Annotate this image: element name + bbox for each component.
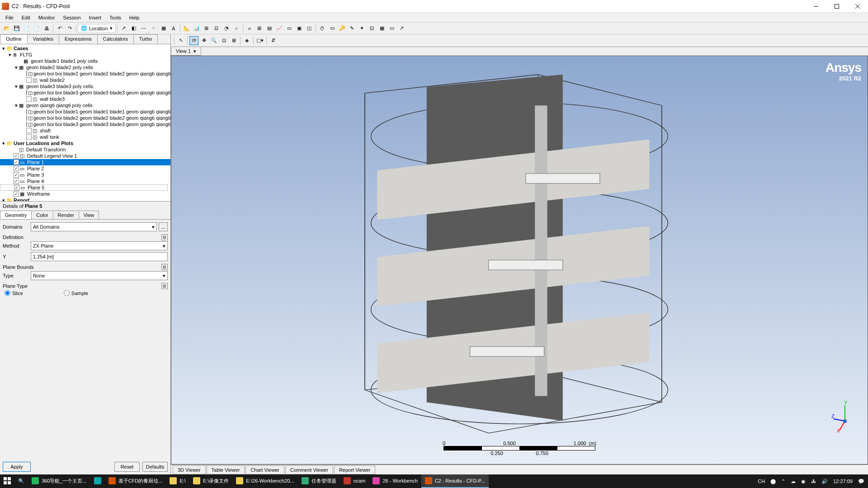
tray-sync-icon[interactable]: ☁ xyxy=(791,479,796,484)
tree-fltg[interactable]: FLTG xyxy=(20,52,32,57)
tree-b3c1[interactable]: geom boi boi blade3 geom blade3 blade3 g… xyxy=(33,90,170,95)
probe-icon[interactable]: ✦ xyxy=(358,24,367,33)
subtab-table[interactable]: Table Viewer xyxy=(207,465,245,474)
close-button[interactable] xyxy=(847,0,868,13)
undo-icon[interactable]: ↶ xyxy=(55,24,64,33)
sync-icon[interactable]: ⇵ xyxy=(269,36,278,45)
checkbox[interactable] xyxy=(26,71,27,76)
3d-viewport[interactable]: Ansys 2021 R2 xyxy=(171,56,868,465)
subtab-3d[interactable]: 3D Viewer xyxy=(173,465,206,474)
checkbox[interactable]: ✓ xyxy=(14,185,19,190)
start-button[interactable] xyxy=(0,474,14,488)
apply-button[interactable]: Apply xyxy=(3,462,31,472)
tray-net-icon[interactable]: 🖧 xyxy=(811,479,816,484)
misc-icon-2[interactable]: 📊 xyxy=(192,24,201,33)
zoom-icon[interactable]: 🔍 xyxy=(209,36,218,45)
comment-icon[interactable]: ▣ xyxy=(295,24,304,33)
tree-qt2[interactable]: geom boi boi blade2 geom blade2 blade2 g… xyxy=(33,115,170,121)
tree-b2[interactable]: geom blade2 blade2 poly cells xyxy=(26,65,93,70)
domains-select[interactable]: All Domains▾ xyxy=(31,222,157,231)
checkbox[interactable]: ✓ xyxy=(14,191,19,197)
subtab-report[interactable]: Report Viewer xyxy=(334,465,376,474)
tree-qt3[interactable]: geom boi boi blade3 geom blade3 blade3 g… xyxy=(33,122,170,127)
checkbox[interactable] xyxy=(26,96,32,102)
print-icon[interactable]: 🖶 xyxy=(42,24,51,33)
task-item[interactable] xyxy=(90,474,105,488)
tray-vol-icon[interactable]: 🔊 xyxy=(821,479,828,484)
subtab-comment[interactable]: Comment Viewer xyxy=(285,465,333,474)
misc-icon-6[interactable]: ○ xyxy=(232,24,241,33)
planetype-collapse[interactable]: ⊟ xyxy=(161,283,168,289)
type-select[interactable]: None▾ xyxy=(31,271,168,280)
tree-userloc[interactable]: User Locations and Plots xyxy=(14,141,73,146)
menu-monitor[interactable]: Monitor xyxy=(35,14,59,21)
misc-icon-1[interactable]: 📐 xyxy=(182,24,191,33)
tray-icon[interactable]: ⬤ xyxy=(770,479,776,484)
highlight-icon[interactable]: ◈ xyxy=(242,36,251,45)
tree-plane1[interactable]: Plane 1 xyxy=(27,160,44,165)
table-icon[interactable]: ▤ xyxy=(265,24,274,33)
checkbox[interactable] xyxy=(26,115,27,121)
checkbox[interactable] xyxy=(26,77,32,83)
tab-turbo[interactable]: Turbo xyxy=(133,34,158,44)
tree-qt4[interactable]: shaft xyxy=(40,128,51,133)
legend-icon[interactable]: ▭ xyxy=(285,24,294,33)
clock[interactable]: 12:27:09 xyxy=(833,479,853,484)
tray-up-icon[interactable]: ⌃ xyxy=(781,479,785,484)
pencil-icon[interactable]: ✎ xyxy=(348,24,357,33)
tab-calculators[interactable]: Calculators xyxy=(97,34,134,44)
notif-icon[interactable]: 💬 xyxy=(858,479,864,484)
pan-icon[interactable]: ✥ xyxy=(199,36,208,45)
maximize-button[interactable] xyxy=(826,0,847,13)
tree-b1[interactable]: geom blade1 blade1 poly cells xyxy=(31,58,98,64)
menu-insert[interactable]: Insert xyxy=(85,14,105,21)
expression-icon[interactable]: ⊞ xyxy=(255,24,264,33)
misc-icon-5[interactable]: ◔ xyxy=(222,24,231,33)
y-input[interactable] xyxy=(31,252,168,261)
task-item[interactable]: 26 - Workbench xyxy=(369,474,421,488)
particle-icon[interactable]: ⁘ xyxy=(149,24,158,33)
bounds-collapse[interactable]: ⊟ xyxy=(161,264,168,270)
menu-edit[interactable]: Edit xyxy=(18,14,34,21)
lang-indicator[interactable]: CH xyxy=(758,479,765,484)
tree-plane5[interactable]: Plane 5 xyxy=(28,185,44,190)
tree-deflegend[interactable]: Default Legend View 1 xyxy=(27,153,77,159)
tree-wireframe[interactable]: Wireframe xyxy=(27,191,50,197)
task-item[interactable]: ocam xyxy=(340,474,369,488)
tree-qt[interactable]: geom qiangti qiangti poly cells xyxy=(26,103,93,108)
animation-icon[interactable]: ▭ xyxy=(328,24,337,33)
vector-icon[interactable]: ↗ xyxy=(119,24,128,33)
export-icon[interactable]: ↗ xyxy=(397,24,406,33)
menu-file[interactable]: File xyxy=(2,14,17,21)
tab-outline[interactable]: Outline xyxy=(0,34,28,44)
menu-session[interactable]: Session xyxy=(59,14,84,21)
checkbox[interactable] xyxy=(26,122,27,127)
tab-expressions[interactable]: Expressions xyxy=(59,34,98,44)
tree-qt5[interactable]: wall tank xyxy=(40,134,59,140)
search-button[interactable]: 🔍 xyxy=(14,474,28,488)
tree-report[interactable]: Report xyxy=(14,197,29,202)
checkbox[interactable]: ✓ xyxy=(14,172,19,178)
task-item[interactable]: 任务管理器 xyxy=(298,474,340,488)
save-state-icon[interactable]: 📄 xyxy=(22,24,31,33)
dtab-render[interactable]: Render xyxy=(53,211,79,219)
tree-deftrans[interactable]: Default Transform xyxy=(26,147,66,152)
domains-more-button[interactable]: ... xyxy=(159,222,168,231)
outline-tree[interactable]: ▾📁Cases ▾🗎FLTG ▦geom blade1 blade1 poly … xyxy=(0,44,170,202)
tree-plane2[interactable]: Plane 2 xyxy=(27,166,44,171)
misc-icon-3[interactable]: ⊞ xyxy=(202,24,211,33)
checkbox[interactable] xyxy=(26,128,32,133)
load-state-icon[interactable]: 📄 xyxy=(32,24,41,33)
task-item[interactable]: E:\ xyxy=(166,474,189,488)
task-item[interactable]: E:\26-Workbench20... xyxy=(232,474,297,488)
tray-shield-icon[interactable]: ◉ xyxy=(801,479,806,484)
sample-radio[interactable]: Sample xyxy=(64,290,88,296)
dtab-geometry[interactable]: Geometry xyxy=(0,211,32,219)
slice-radio[interactable]: Slice xyxy=(5,290,23,296)
reset-button[interactable]: Reset xyxy=(114,462,140,472)
turbo-icon[interactable]: ▭ xyxy=(387,24,396,33)
tree-b3c2[interactable]: wall blade3 xyxy=(40,96,65,102)
volume-icon[interactable]: ▦ xyxy=(159,24,168,33)
definition-collapse[interactable]: ⊟ xyxy=(161,234,168,240)
method-select[interactable]: ZX Plane▾ xyxy=(31,241,168,250)
